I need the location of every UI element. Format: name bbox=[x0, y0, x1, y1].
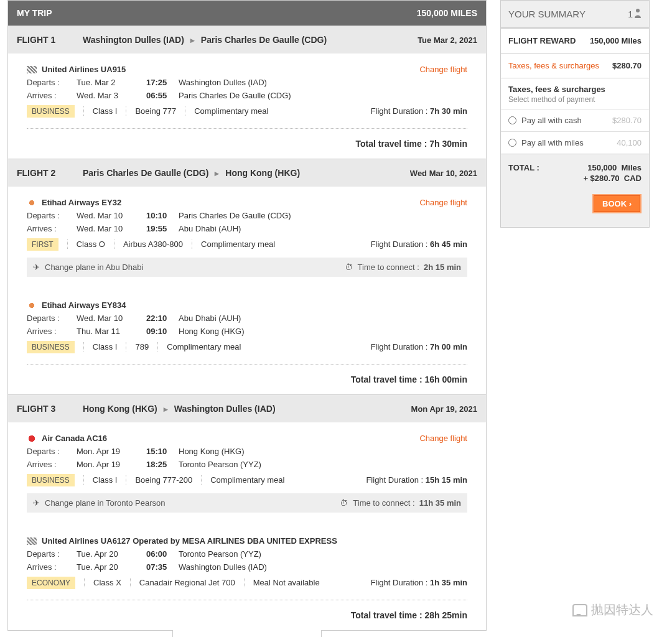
stopwatch-icon: ⏱ bbox=[345, 263, 353, 272]
pay-miles-option[interactable]: Pay all with miles 40,100 bbox=[501, 131, 649, 154]
fare-class: Class O bbox=[67, 239, 114, 249]
pay-cash-amount: $280.70 bbox=[612, 116, 642, 125]
trip-miles: 150,000 MILES bbox=[417, 8, 477, 18]
watermark: 抛因特达人 bbox=[572, 602, 653, 618]
total-miles: 150,000 Miles bbox=[587, 163, 642, 172]
united-logo-icon bbox=[27, 66, 37, 73]
total-cash: + $280.70 CAD bbox=[508, 174, 642, 183]
segment-duration: Flight Duration : 6h 45 min bbox=[371, 239, 467, 249]
aircraft: Boeing 777-200 bbox=[126, 475, 201, 485]
plane-change-icon: ✈ bbox=[33, 498, 40, 508]
total-travel-time: Total travel time : 16h 00min bbox=[27, 364, 467, 394]
cabin-badge: FIRST bbox=[27, 238, 58, 251]
change-flight-link[interactable]: Change flight bbox=[419, 434, 467, 443]
airline-name: Etihad Airways EY834 bbox=[27, 300, 126, 310]
segment-duration: Flight Duration : 7h 00 min bbox=[371, 342, 467, 351]
route-from: Hong Kong (HKG) bbox=[83, 404, 157, 414]
etihad-logo-icon bbox=[27, 302, 37, 309]
route-to: Washington Dulles (IAD) bbox=[174, 404, 276, 414]
payment-method-block: Taxes, fees & surcharges Select method o… bbox=[501, 78, 649, 154]
flight-header: FLIGHT 1Washington Dulles (IAD)▸Paris Ch… bbox=[8, 26, 486, 53]
arrow-right-icon: ▸ bbox=[190, 35, 195, 45]
pay-miles-radio[interactable] bbox=[508, 139, 516, 147]
fare-class: Class I bbox=[83, 475, 126, 485]
depart-row: Departs :Tue. Mar 217:25Washington Dulle… bbox=[27, 78, 467, 87]
meal: Complimentary meal bbox=[157, 342, 250, 351]
airline-name: Etihad Airways EY32 bbox=[27, 198, 121, 207]
flight-segment: Etihad Airways EY834Departs :Wed. Mar 10… bbox=[8, 289, 486, 355]
flight-reward-row: FLIGHT REWARD 150,000 Miles bbox=[501, 28, 649, 53]
total-label: TOTAL : bbox=[508, 163, 539, 172]
pay-cash-option[interactable]: Pay all with cash $280.70 bbox=[501, 109, 649, 131]
plane-change-icon: ✈ bbox=[33, 263, 40, 272]
aircraft: Airbus A380-800 bbox=[114, 239, 192, 249]
aircraft: Boeing 777 bbox=[126, 106, 185, 116]
arrive-row: Arrives :Wed. Mar 1019:55Abu Dhabi (AUH) bbox=[27, 224, 467, 233]
aircraft: 789 bbox=[126, 342, 157, 351]
payment-subtitle: Select method of payment bbox=[501, 95, 649, 109]
flight-date: Mon Apr 19, 2021 bbox=[411, 404, 477, 414]
flight-date: Tue Mar 2, 2021 bbox=[418, 35, 477, 45]
person-icon bbox=[634, 8, 642, 20]
airline-name: Air Canada AC16 bbox=[27, 434, 107, 443]
flight-header: FLIGHT 2Paris Charles De Gaulle (CDG)▸Ho… bbox=[8, 159, 486, 187]
cabin-badge: BUSINESS bbox=[27, 105, 75, 118]
chevron-right-icon: › bbox=[629, 199, 632, 208]
pay-cash-radio[interactable] bbox=[508, 116, 516, 124]
connection-bar: ✈Change plane in Toronto Pearson⏱Time to… bbox=[27, 493, 467, 513]
arrow-right-icon: ▸ bbox=[215, 169, 219, 178]
trip-header: MY TRIP 150,000 MILES bbox=[8, 1, 486, 26]
arrow-right-icon: ▸ bbox=[164, 404, 168, 414]
trip-panel: MY TRIP 150,000 MILES FLIGHT 1Washington… bbox=[7, 0, 487, 631]
change-flight-link[interactable]: Change flight bbox=[419, 198, 467, 207]
airline-name: United Airlines UA6127 Operated by MESA … bbox=[27, 536, 337, 546]
route-from: Washington Dulles (IAD) bbox=[83, 35, 184, 45]
pay-miles-amount: 40,100 bbox=[617, 138, 642, 147]
cabin-badge: BUSINESS bbox=[27, 474, 75, 486]
flight-header: FLIGHT 3Hong Kong (HKG)▸Washington Dulle… bbox=[8, 394, 486, 422]
depart-row: Departs :Wed. Mar 1010:10Paris Charles D… bbox=[27, 211, 467, 220]
change-flight-link[interactable]: Change flight bbox=[419, 65, 467, 74]
segment-meta: ECONOMYClass XCanadair Regional Jet 700M… bbox=[27, 578, 467, 587]
stopwatch-icon: ⏱ bbox=[340, 498, 348, 508]
aircraft: Canadair Regional Jet 700 bbox=[130, 578, 244, 587]
passenger-count: 1 bbox=[628, 8, 642, 20]
chat-icon bbox=[572, 604, 587, 616]
flight-date: Wed Mar 10, 2021 bbox=[410, 169, 477, 178]
total-block: TOTAL : 150,000 Miles + $280.70 CAD BOOK… bbox=[501, 154, 649, 227]
etihad-logo-icon bbox=[27, 199, 37, 207]
flight-label: FLIGHT 2 bbox=[17, 168, 73, 178]
depart-row: Departs :Mon. Apr 1915:10Hong Kong (HKG) bbox=[27, 447, 467, 456]
taxes-row: Taxes, fees & surcharges $280.70 bbox=[501, 53, 649, 78]
depart-row: Departs :Wed. Mar 1022:10Abu Dhabi (AUH) bbox=[27, 314, 467, 323]
route-to: Hong Kong (HKG) bbox=[225, 168, 300, 178]
airline-name: United Airlines UA915 bbox=[27, 65, 126, 74]
flight-segment: United Airlines UA915Change flightDepart… bbox=[8, 53, 486, 119]
total-travel-time: Total travel time : 28h 25min bbox=[27, 600, 467, 630]
united-logo-icon bbox=[27, 537, 37, 545]
arrive-row: Arrives :Mon. Apr 1918:25Toronto Pearson… bbox=[27, 460, 467, 469]
total-travel-time: Total travel time : 7h 30min bbox=[27, 128, 467, 159]
meal: Complimentary meal bbox=[201, 475, 293, 485]
connection-bar: ✈Change plane in Abu Dhabi⏱Time to conne… bbox=[27, 258, 467, 277]
segment-duration: Flight Duration : 1h 35 min bbox=[371, 578, 467, 587]
segment-meta: FIRSTClass OAirbus A380-800Complimentary… bbox=[27, 239, 467, 249]
segment-duration: Flight Duration : 15h 15 min bbox=[366, 475, 467, 485]
payment-title: Taxes, fees & surcharges bbox=[501, 78, 649, 95]
cabin-badge: ECONOMY bbox=[27, 577, 75, 589]
book-button[interactable]: BOOK › bbox=[592, 194, 642, 213]
fare-class: Class I bbox=[83, 106, 126, 116]
svg-point-0 bbox=[636, 9, 640, 12]
cabin-badge: BUSINESS bbox=[27, 341, 75, 353]
flight-segment: United Airlines UA6127 Operated by MESA … bbox=[8, 525, 486, 591]
aircanada-logo-icon bbox=[27, 435, 37, 442]
arrive-row: Arrives :Wed. Mar 306:55Paris Charles De… bbox=[27, 91, 467, 100]
close-details-button[interactable]: CLOSE DETAILS bbox=[172, 630, 322, 637]
route-to: Paris Charles De Gaulle (CDG) bbox=[201, 35, 327, 45]
summary-title: YOUR SUMMARY bbox=[508, 9, 586, 19]
summary-header: YOUR SUMMARY 1 bbox=[501, 1, 649, 28]
meal: Meal Not available bbox=[244, 578, 329, 587]
route-from: Paris Charles De Gaulle (CDG) bbox=[83, 168, 208, 178]
segment-meta: BUSINESSClass IBoeing 777Complimentary m… bbox=[27, 106, 467, 116]
trip-title: MY TRIP bbox=[17, 8, 52, 18]
